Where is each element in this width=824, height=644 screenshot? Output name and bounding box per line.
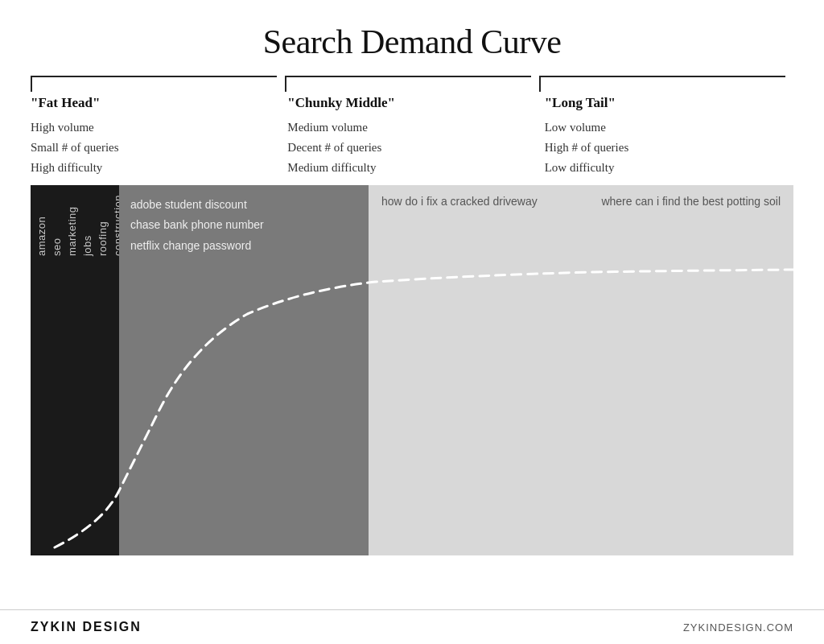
long-tail-item-3: Low difficulty (545, 158, 785, 178)
footer: ZYKIN DESIGN ZYKINDESIGN.COM (0, 609, 824, 644)
black-column: amazon seo marketing jobs roofing constr… (31, 185, 119, 555)
brand-name: ZYKIN DESIGN (31, 620, 142, 634)
fat-head-item-2: Small # of queries (31, 138, 271, 158)
legend-fat-head: "Fat Head" High volume Small # of querie… (31, 95, 279, 177)
fat-head-label: "Fat Head" (31, 95, 271, 111)
gray-text-3: netflix change password (130, 236, 357, 256)
long-tail-bracket (539, 76, 793, 92)
vertical-text-marketing: marketing (66, 195, 78, 256)
gray-text-2: chase bank phone number (130, 215, 357, 235)
chunky-middle-item-1: Medium volume (287, 118, 528, 138)
bracket-row (0, 76, 824, 92)
vertical-text-jobs: jobs (81, 195, 93, 256)
long-tail-label: "Long Tail" (545, 95, 785, 111)
light-text-1: how do i fix a cracked driveway (381, 195, 538, 208)
gray-section: adobe student discount chase bank phone … (119, 185, 369, 555)
gray-text-1: adobe student discount (130, 195, 357, 215)
fat-head-bracket (31, 76, 285, 92)
vertical-text-group: amazon seo marketing jobs roofing constr… (31, 195, 124, 256)
legend-chunky-middle: "Chunky Middle" Medium volume Decent # o… (279, 95, 536, 177)
light-section: how do i fix a cracked driveway where ca… (369, 185, 793, 555)
legend: "Fat Head" High volume Small # of querie… (0, 95, 824, 177)
chunky-middle-label: "Chunky Middle" (287, 95, 528, 111)
long-tail-item-1: Low volume (545, 118, 785, 138)
chunky-middle-item-2: Decent # of queries (287, 138, 528, 158)
long-tail-item-2: High # of queries (545, 138, 785, 158)
chunky-middle-item-3: Medium difficulty (287, 158, 528, 178)
brand-website: ZYKINDESIGN.COM (683, 621, 793, 634)
light-text-2: where can i find the best potting soil (601, 195, 781, 208)
legend-long-tail: "Long Tail" Low volume High # of queries… (537, 95, 793, 177)
chart-container: amazon seo marketing jobs roofing constr… (31, 185, 793, 555)
fat-head-item-1: High volume (31, 118, 271, 138)
page-title: Search Demand Curve (0, 0, 824, 76)
gray-section-text: adobe student discount chase bank phone … (119, 185, 369, 266)
light-section-text: how do i fix a cracked driveway where ca… (369, 185, 793, 217)
vertical-text-seo: seo (51, 195, 63, 256)
vertical-text-roofing: roofing (97, 195, 109, 256)
vertical-text-amazon: amazon (35, 195, 47, 256)
fat-head-item-3: High difficulty (31, 158, 271, 178)
chunky-middle-bracket (285, 76, 539, 92)
